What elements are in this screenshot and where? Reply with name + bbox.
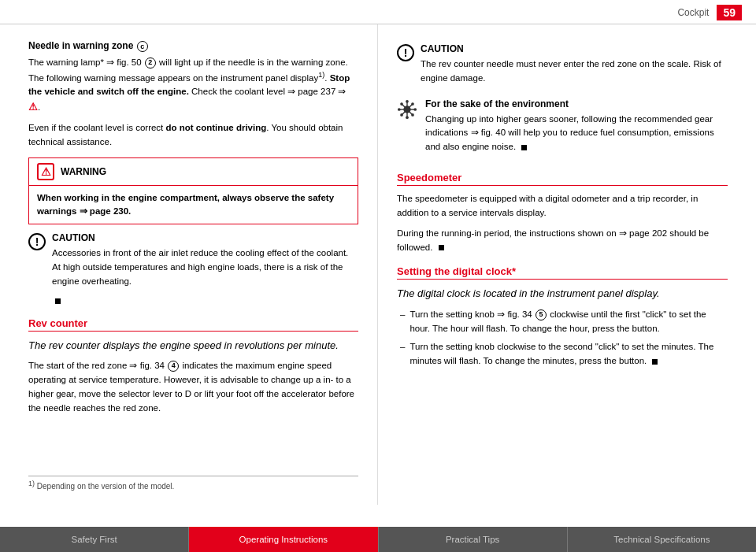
speedometer-section: Speedometer The speedometer is equipped … bbox=[397, 172, 728, 254]
caution-title-2: CAUTION bbox=[421, 43, 728, 54]
nav-technical-specifications[interactable]: Technical Specifications bbox=[568, 527, 756, 552]
circle-5: 5 bbox=[536, 309, 547, 320]
section-title: Cockpit bbox=[677, 7, 709, 18]
nav-operating-instructions-label: Operating Instructions bbox=[239, 535, 328, 544]
svg-point-6 bbox=[406, 116, 409, 119]
rev-counter-section: Rev counter The rev counter displays the… bbox=[28, 317, 358, 416]
speedometer-para1: The speedometer is equipped with a digit… bbox=[397, 192, 728, 220]
dash-1: – bbox=[400, 308, 405, 336]
nav-safety-first-label: Safety First bbox=[72, 535, 117, 544]
svg-point-5 bbox=[406, 100, 409, 103]
caution-body-1: Accessories in front of the air inlet re… bbox=[52, 246, 358, 288]
content-area: Needle in warning zone c The warning lam… bbox=[0, 24, 756, 505]
warning-title: WARNING bbox=[61, 166, 106, 177]
warning-header: ⚠ WARNING bbox=[29, 158, 358, 186]
circle-4: 4 bbox=[168, 361, 179, 372]
digital-clock-section: Setting the digital clock* The digital c… bbox=[397, 265, 728, 369]
environment-title: For the sake of the environment bbox=[425, 98, 728, 109]
digital-clock-list: – Turn the setting knob ⇒ fig. 34 5 cloc… bbox=[400, 308, 728, 369]
rev-counter-italic: The rev counter displays the engine spee… bbox=[28, 338, 358, 354]
svg-point-12 bbox=[400, 113, 403, 117]
needle-section: Needle in warning zone c The warning lam… bbox=[28, 40, 358, 150]
warning-icon: ⚠ bbox=[37, 163, 54, 180]
rev-counter-heading: Rev counter bbox=[28, 317, 358, 332]
clock-item-2-text: Turn the setting knob clockwise to the s… bbox=[410, 340, 728, 369]
caution-content-1: CAUTION Accessories in front of the air … bbox=[52, 232, 358, 306]
environment-block: For the sake of the environment Changing… bbox=[397, 98, 728, 161]
header: Cockpit 59 bbox=[0, 0, 756, 24]
caution-body-2: The rev counter needle must never enter … bbox=[421, 57, 728, 86]
svg-point-11 bbox=[411, 102, 414, 106]
square-bullet-env bbox=[521, 145, 527, 150]
environment-body: Changing up into higher gears sooner, fo… bbox=[425, 113, 728, 154]
warning-box: ⚠ WARNING When working in the engine com… bbox=[28, 157, 358, 225]
clock-item-1-text: Turn the setting knob ⇒ fig. 34 5 clockw… bbox=[410, 308, 728, 336]
svg-point-7 bbox=[398, 108, 401, 111]
nav-technical-specifications-label: Technical Specifications bbox=[613, 535, 710, 544]
square-bullet-speed bbox=[439, 245, 444, 250]
circle-2: 2 bbox=[145, 57, 156, 69]
footnote-text: 1) Depending on the version of the model… bbox=[28, 482, 174, 491]
needle-para2: Even if the coolant level is correct do … bbox=[28, 121, 358, 150]
caution-block-2: ! CAUTION The rev counter needle must ne… bbox=[397, 43, 728, 92]
nav-practical-tips[interactable]: Practical Tips bbox=[379, 527, 568, 552]
square-bullet-1 bbox=[55, 298, 61, 304]
nav-practical-tips-label: Practical Tips bbox=[446, 535, 499, 544]
needle-circle: c bbox=[137, 41, 148, 52]
caution-block-1: ! CAUTION Accessories in front of the ai… bbox=[28, 232, 358, 306]
page-number: 59 bbox=[717, 5, 742, 20]
svg-point-10 bbox=[411, 113, 414, 117]
svg-point-9 bbox=[400, 102, 403, 106]
needle-para1: The warning lamp* ⇒ fig. 50 2 will light… bbox=[28, 56, 358, 115]
rev-counter-para: The start of the red zone ⇒ fig. 34 4 in… bbox=[28, 359, 358, 415]
digital-clock-italic: The digital clock is located in the inst… bbox=[397, 286, 728, 302]
environment-content: For the sake of the environment Changing… bbox=[425, 98, 728, 161]
caution-icon-2: ! bbox=[397, 44, 414, 61]
environment-icon bbox=[397, 99, 419, 121]
dash-2: – bbox=[400, 340, 405, 369]
clock-item-1: – Turn the setting knob ⇒ fig. 34 5 cloc… bbox=[400, 308, 728, 336]
left-column: Needle in warning zone c The warning lam… bbox=[0, 24, 378, 505]
nav-operating-instructions[interactable]: Operating Instructions bbox=[189, 527, 378, 552]
caution-content-2: CAUTION The rev counter needle must neve… bbox=[421, 43, 728, 92]
speedometer-heading: Speedometer bbox=[397, 172, 728, 186]
nav-safety-first[interactable]: Safety First bbox=[0, 527, 189, 552]
right-column: ! CAUTION The rev counter needle must ne… bbox=[378, 24, 756, 505]
bottom-nav: Safety First Operating Instructions Prac… bbox=[0, 527, 756, 552]
digital-clock-heading: Setting the digital clock* bbox=[397, 265, 728, 280]
warning-body: When working in the engine compartment, … bbox=[29, 186, 358, 224]
footnote: 1) Depending on the version of the model… bbox=[28, 476, 358, 491]
clock-item-2: – Turn the setting knob clockwise to the… bbox=[400, 340, 728, 369]
square-bullet-clock bbox=[652, 359, 658, 365]
speedometer-para2: During the running-in period, the instru… bbox=[397, 227, 728, 255]
caution-icon-1: ! bbox=[28, 233, 46, 250]
needle-heading: Needle in warning zone c bbox=[28, 40, 358, 52]
svg-point-8 bbox=[413, 108, 417, 111]
caution-title-1: CAUTION bbox=[52, 232, 358, 243]
